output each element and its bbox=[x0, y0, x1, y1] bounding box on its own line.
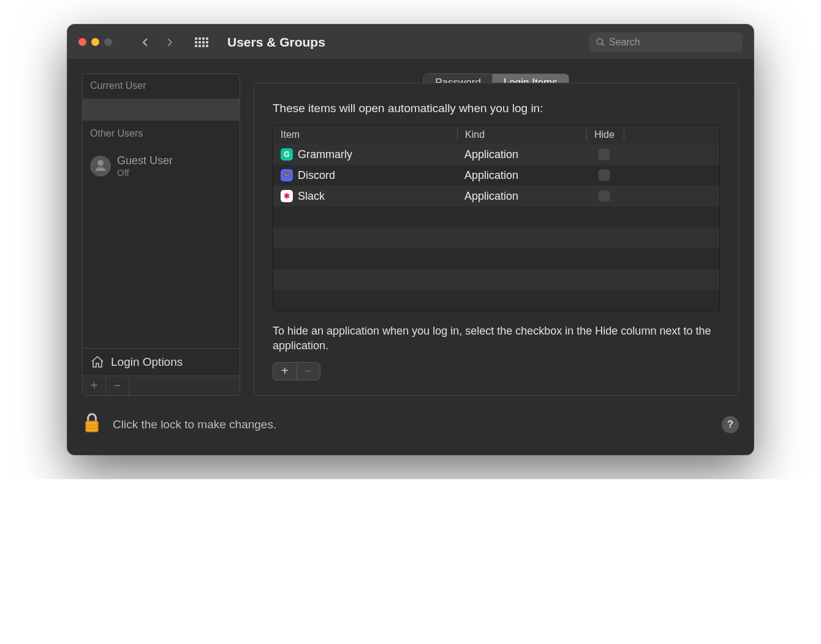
user-text: Guest User Off bbox=[117, 155, 173, 178]
app-icon: G bbox=[281, 148, 293, 161]
table-row bbox=[273, 269, 719, 290]
column-item[interactable]: Item bbox=[273, 129, 457, 140]
remove-login-item-button[interactable]: − bbox=[297, 363, 320, 380]
avatar bbox=[90, 156, 111, 176]
hide-checkbox[interactable] bbox=[598, 169, 610, 181]
show-all-prefs-button[interactable] bbox=[192, 32, 211, 52]
hide-hint-text: To hide an application when you log in, … bbox=[273, 324, 720, 354]
cell-kind: Application bbox=[457, 190, 586, 203]
login-items-add-remove: + − bbox=[273, 362, 320, 381]
app-icon: 🎮 bbox=[281, 169, 293, 181]
person-icon bbox=[93, 159, 108, 173]
hide-checkbox[interactable] bbox=[598, 190, 610, 202]
close-window-button[interactable] bbox=[78, 38, 86, 46]
cell-hide bbox=[586, 190, 622, 202]
svg-rect-1 bbox=[86, 425, 98, 425]
lock-hint-text: Click the lock to make changes. bbox=[113, 418, 276, 431]
table-row bbox=[273, 290, 719, 311]
svg-rect-0 bbox=[86, 421, 98, 432]
sidebar-section-current-user: Current User bbox=[83, 74, 240, 99]
cell-hide bbox=[586, 169, 622, 181]
svg-rect-2 bbox=[86, 428, 98, 428]
app-name: Slack bbox=[298, 190, 325, 203]
guest-user-name: Guest User bbox=[117, 155, 173, 167]
window-title: Users & Groups bbox=[227, 35, 325, 50]
table-row[interactable]: ✱SlackApplication bbox=[273, 186, 719, 206]
help-button[interactable]: ? bbox=[722, 416, 739, 433]
titlebar: Users & Groups bbox=[67, 25, 754, 60]
panel-intro: These items will open automatically when… bbox=[273, 102, 720, 115]
table-row bbox=[273, 227, 719, 248]
search-input[interactable] bbox=[609, 37, 736, 48]
sidebar-section-other-users: Other Users bbox=[83, 121, 240, 146]
cell-item: 🎮Discord bbox=[273, 169, 457, 182]
content-area: Current User Other Users Guest User Off … bbox=[67, 60, 754, 396]
cell-item: ✱Slack bbox=[273, 190, 457, 203]
chevron-left-icon bbox=[140, 37, 151, 48]
footer: Click the lock to make changes. ? bbox=[67, 396, 754, 455]
table-header: Item Kind Hide bbox=[273, 126, 719, 144]
sidebar-item-guest-user[interactable]: Guest User Off bbox=[83, 151, 240, 181]
guest-user-status: Off bbox=[117, 167, 173, 178]
search-icon bbox=[596, 37, 605, 47]
table-row[interactable]: 🎮DiscordApplication bbox=[273, 165, 719, 186]
cell-kind: Application bbox=[457, 148, 586, 161]
login-items-table: Item Kind Hide GGrammarlyApplication🎮Dis… bbox=[273, 125, 720, 311]
column-kind[interactable]: Kind bbox=[458, 129, 586, 140]
login-items-panel: These items will open automatically when… bbox=[254, 83, 739, 396]
table-row bbox=[273, 248, 719, 269]
table-row bbox=[273, 206, 719, 227]
table-body: GGrammarlyApplication🎮DiscordApplication… bbox=[273, 144, 719, 311]
app-icon: ✱ bbox=[281, 190, 293, 202]
table-row[interactable]: GGrammarlyApplication bbox=[273, 144, 719, 165]
grid-dot-icon bbox=[195, 37, 197, 40]
sidebar-current-user-row[interactable] bbox=[83, 99, 240, 121]
forward-button[interactable] bbox=[159, 32, 181, 52]
back-button[interactable] bbox=[134, 32, 156, 52]
nav-arrows bbox=[134, 32, 181, 52]
column-hide[interactable]: Hide bbox=[587, 129, 624, 140]
preferences-window: Users & Groups Current User Other Users … bbox=[67, 25, 754, 455]
cell-hide bbox=[586, 148, 622, 161]
lock-button[interactable] bbox=[82, 412, 102, 438]
sidebar-user-list: Guest User Off bbox=[83, 146, 240, 348]
sidebar-item-login-options[interactable]: Login Options bbox=[83, 348, 240, 376]
main-panel: Password Login Items These items will op… bbox=[254, 74, 739, 396]
login-options-label: Login Options bbox=[111, 355, 183, 369]
lock-icon bbox=[82, 412, 102, 435]
chevron-right-icon bbox=[164, 37, 175, 48]
minimize-window-button[interactable] bbox=[91, 38, 99, 46]
window-controls bbox=[78, 38, 112, 46]
sidebar-footer: + − bbox=[83, 376, 240, 395]
house-icon bbox=[90, 355, 105, 369]
users-sidebar: Current User Other Users Guest User Off … bbox=[82, 74, 240, 396]
zoom-window-button[interactable] bbox=[104, 38, 112, 46]
app-name: Discord bbox=[298, 169, 335, 182]
cell-item: GGrammarly bbox=[273, 148, 457, 161]
hide-checkbox[interactable] bbox=[598, 148, 610, 161]
add-user-button[interactable]: + bbox=[83, 376, 106, 395]
remove-user-button[interactable]: − bbox=[106, 376, 129, 395]
app-name: Grammarly bbox=[298, 148, 352, 161]
cell-kind: Application bbox=[457, 169, 586, 182]
search-field[interactable] bbox=[589, 32, 743, 52]
add-login-item-button[interactable]: + bbox=[273, 363, 297, 380]
